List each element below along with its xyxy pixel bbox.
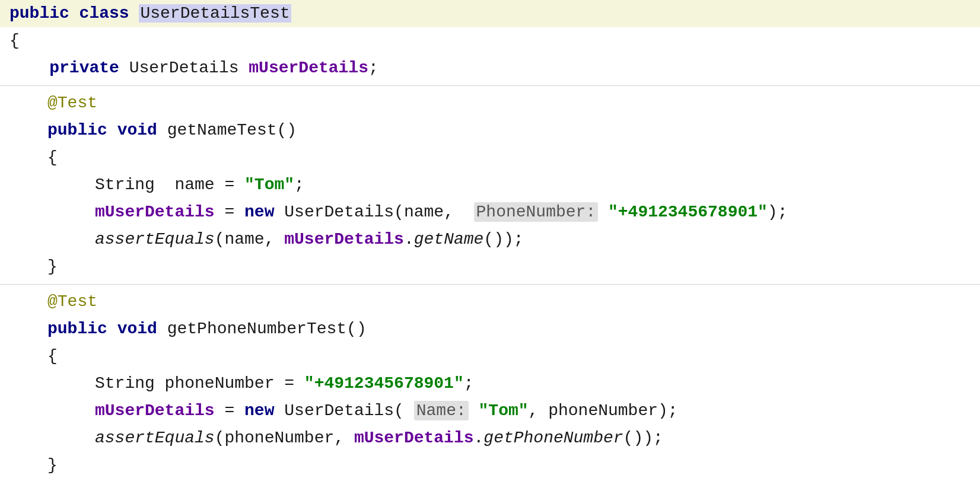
annotation-text-1: @Test — [47, 94, 97, 112]
method2-open-brace: { — [0, 343, 980, 370]
keyword-public: public class — [9, 4, 129, 23]
method-getPhoneNumber: getPhoneNumberTest() — [167, 320, 367, 338]
field-ref-1: mUserDetails — [95, 203, 215, 221]
string-name-decl: String name = "Tom"; — [0, 171, 980, 199]
divider-1 — [0, 85, 980, 86]
mUserDetails-assign-2: mUserDetails = new UserDetails( Name: "T… — [0, 397, 980, 425]
annotation-test-1: @Test — [0, 90, 980, 117]
string-tom-2: "Tom" — [479, 401, 529, 420]
field-declaration: private UserDetails mUserDetails; — [0, 55, 980, 82]
annotation-test-2: @Test — [0, 288, 980, 315]
field-ref-2: mUserDetails — [95, 401, 215, 420]
method1-signature: public void getNameTest() — [0, 117, 980, 144]
keyword-public-2: public — [47, 121, 107, 139]
assert-method-1: assertEquals — [95, 230, 215, 248]
assert-equals-1: assertEquals(name, mUserDetails.getName(… — [0, 226, 980, 253]
string-phone-1: "+4912345678901" — [608, 203, 768, 221]
string-tom-1: "Tom" — [244, 176, 294, 194]
assert-equals-2: assertEquals(phoneNumber, mUserDetails.g… — [0, 425, 980, 452]
class-name: UserDetailsTest — [139, 4, 291, 23]
class-declaration-line: public class UserDetailsTest — [0, 0, 980, 27]
keyword-public-3: public — [47, 320, 107, 338]
method1-open-brace: { — [0, 144, 980, 171]
field-ref-getPhoneNumber: mUserDetails — [354, 429, 474, 447]
param-hint-name: Name: — [414, 401, 469, 420]
keyword-private: private — [49, 59, 119, 77]
method1-close-brace: } — [0, 253, 980, 280]
keyword-new-2: new — [244, 401, 274, 420]
assert-method-2: assertEquals — [95, 429, 215, 447]
field-mUserDetails: mUserDetails — [249, 59, 368, 77]
mUserDetails-assign-1: mUserDetails = new UserDetails(name, Pho… — [0, 199, 980, 226]
getPhoneNumber-call: getPhoneNumber — [483, 429, 623, 447]
divider-2 — [0, 284, 980, 285]
string-phone-decl: String phoneNumber = "+4912345678901"; — [0, 370, 980, 397]
keyword-void-2: void — [117, 320, 157, 338]
method2-close-brace: } — [0, 452, 980, 479]
string-phone-2: "+4912345678901" — [304, 374, 464, 393]
param-hint-phoneNumber: PhoneNumber: — [474, 202, 599, 222]
method2-signature: public void getPhoneNumberTest() — [0, 315, 980, 343]
annotation-text-2: @Test — [47, 292, 97, 311]
getName-call: getName — [414, 230, 484, 248]
keyword-new-1: new — [244, 203, 274, 221]
keyword-void-1: void — [117, 121, 157, 139]
class-open-brace: { — [0, 27, 980, 55]
field-ref-getName: mUserDetails — [284, 230, 404, 248]
method-getName: getNameTest() — [167, 121, 297, 139]
code-editor: public class UserDetailsTest { private U… — [0, 0, 980, 491]
